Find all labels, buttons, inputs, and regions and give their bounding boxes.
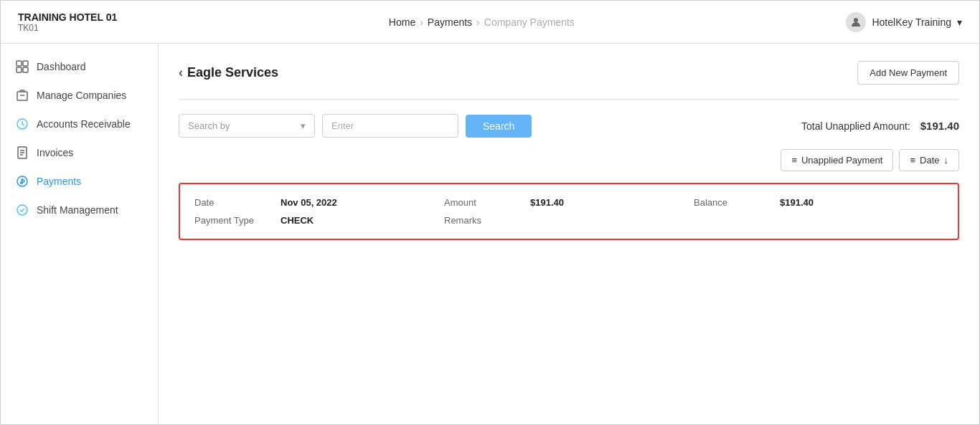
sidebar-label-manage-companies: Manage Companies	[37, 90, 126, 101]
add-new-payment-button[interactable]: Add New Payment	[857, 61, 959, 85]
user-icon	[846, 12, 866, 32]
balance-field: Balance $191.40	[694, 197, 943, 208]
chevron-down-icon: ▾	[957, 16, 962, 28]
breadcrumb-current: Company Payments	[484, 16, 575, 28]
page-header: ‹ Eagle Services Add New Payment	[179, 61, 959, 85]
remarks-label: Remarks	[444, 215, 530, 226]
sidebar-item-shift-management[interactable]: Shift Management	[1, 196, 158, 224]
payments-icon	[15, 174, 29, 188]
main-content: ‹ Eagle Services Add New Payment Search …	[159, 44, 979, 424]
sidebar-label-dashboard: Dashboard	[37, 61, 86, 72]
breadcrumb-home[interactable]: Home	[389, 16, 415, 28]
breadcrumb-sep-2: ›	[476, 16, 480, 28]
user-menu[interactable]: HotelKey Training ▾	[846, 12, 962, 32]
amount-field: Amount $191.40	[444, 197, 694, 208]
payment-card[interactable]: Date Nov 05, 2022 Amount $191.40 Balance…	[179, 183, 959, 240]
search-button[interactable]: Search	[466, 115, 532, 138]
sort-arrow-icon: ↓	[944, 155, 949, 166]
payment-type-field: Payment Type CHECK	[194, 215, 444, 226]
page-title: Eagle Services	[187, 65, 278, 80]
search-by-chevron-icon: ▾	[301, 120, 306, 131]
balance-label: Balance	[694, 197, 780, 208]
payment-row-2: Payment Type CHECK Remarks	[194, 215, 943, 226]
date-value: Nov 05, 2022	[281, 197, 337, 208]
shift-icon	[15, 203, 29, 217]
amount-value: $191.40	[530, 197, 564, 208]
user-label: HotelKey Training	[872, 16, 951, 28]
sidebar-item-accounts-receivable[interactable]: Accounts Receivable	[1, 110, 158, 138]
hotel-name: TRAINING HOTEL 01	[18, 11, 117, 23]
dashboard-icon	[15, 59, 29, 74]
balance-value: $191.40	[780, 197, 814, 208]
sort-icon: ≡	[910, 155, 915, 166]
back-arrow-icon: ‹	[179, 65, 183, 80]
breadcrumb-payments[interactable]: Payments	[428, 16, 472, 28]
sidebar-item-invoices[interactable]: Invoices	[1, 138, 158, 167]
sidebar-label-payments: Payments	[37, 176, 81, 187]
payment-type-label: Payment Type	[194, 215, 281, 226]
remarks-field: Remarks	[444, 215, 694, 226]
companies-icon	[15, 88, 29, 102]
breadcrumb: Home › Payments › Company Payments	[389, 16, 575, 28]
svg-rect-3	[17, 67, 22, 72]
search-input[interactable]	[322, 114, 458, 138]
amount-label: Amount	[444, 197, 530, 208]
svg-rect-2	[23, 61, 28, 66]
hotel-code: TK01	[18, 23, 117, 33]
filter-icon: ≡	[791, 155, 797, 166]
date-label: Date	[920, 155, 939, 166]
filter-row: ≡ Unapplied Payment ≡ Date ↓	[179, 149, 959, 171]
date-label: Date	[194, 197, 281, 208]
unapplied-payment-filter-button[interactable]: ≡ Unapplied Payment	[781, 149, 893, 171]
date-field: Date Nov 05, 2022	[194, 197, 444, 208]
svg-rect-4	[23, 67, 28, 72]
payment-row-1: Date Nov 05, 2022 Amount $191.40 Balance…	[194, 197, 943, 208]
svg-rect-5	[17, 92, 27, 100]
unapplied-payment-label: Unapplied Payment	[801, 155, 882, 166]
payment-type-value: CHECK	[281, 215, 314, 226]
svg-rect-1	[17, 61, 22, 66]
divider	[179, 99, 959, 100]
sidebar-label-shift-management: Shift Management	[37, 204, 118, 216]
sidebar-item-payments[interactable]: Payments	[1, 167, 158, 196]
search-by-select[interactable]: Search by ▾	[179, 114, 315, 138]
top-header: TRAINING HOTEL 01 TK01 Home › Payments ›…	[1, 1, 979, 44]
sidebar-item-dashboard[interactable]: Dashboard	[1, 52, 158, 81]
sidebar: Dashboard Manage Companies Accounts Rece…	[1, 44, 159, 424]
search-by-placeholder: Search by	[188, 120, 230, 131]
total-unapplied-value: $191.40	[920, 120, 959, 132]
accounts-icon	[15, 117, 29, 131]
sidebar-label-invoices: Invoices	[37, 147, 73, 158]
sidebar-label-accounts-receivable: Accounts Receivable	[37, 118, 131, 130]
back-link[interactable]: ‹ Eagle Services	[179, 65, 278, 80]
sidebar-item-manage-companies[interactable]: Manage Companies	[1, 81, 158, 110]
date-sort-button[interactable]: ≡ Date ↓	[899, 149, 959, 171]
breadcrumb-sep-1: ›	[420, 16, 423, 28]
total-unapplied-label: Total Unapplied Amount:	[801, 120, 910, 132]
search-row: Search by ▾ Search Total Unapplied Amoun…	[179, 114, 959, 138]
body-layout: Dashboard Manage Companies Accounts Rece…	[1, 44, 979, 424]
hotel-info: TRAINING HOTEL 01 TK01	[18, 11, 117, 33]
svg-point-0	[854, 18, 858, 22]
invoices-icon	[15, 145, 29, 160]
